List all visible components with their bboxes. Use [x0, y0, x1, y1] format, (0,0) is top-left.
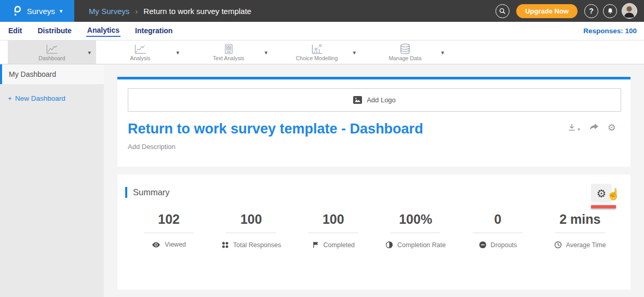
toolbar-item-manage-data[interactable]: Manage Data ▾ [361, 40, 449, 64]
summary-title: Summary [133, 187, 170, 197]
analytics-toolbar: Dashboard ▾ Analysis ▾ Text Analysis ▾ [0, 40, 644, 64]
choice-modelling-dropdown-caret-icon[interactable]: ▾ [353, 49, 356, 56]
clock-icon [554, 241, 562, 249]
tab-integration[interactable]: Integration [134, 25, 173, 36]
dashboard-header-panel: Add Logo Return to work survey template … [117, 77, 630, 167]
tab-edit[interactable]: Edit [7, 25, 23, 36]
breadcrumb-separator-icon: › [135, 7, 138, 16]
chevron-down-icon: ▾ [60, 8, 63, 15]
stat-divider [391, 233, 440, 233]
dashboard-actions: ▾ ⚙ [568, 123, 616, 132]
newspaper-icon [223, 44, 234, 55]
download-button[interactable]: ▾ [568, 123, 580, 132]
add-logo-button[interactable]: Add Logo [128, 88, 621, 112]
stat-value: 100% [399, 212, 432, 227]
dashboard-sidebar: My Dashboard + New Dashboard [0, 64, 104, 297]
toolbar-item-text-analysis[interactable]: Text Analysis ▾ [184, 40, 273, 64]
toolbar-item-choice-modelling[interactable]: Choice Modelling ▾ [273, 40, 361, 64]
summary-stats-row: 102 Viewed 100 [128, 212, 621, 249]
toolbar-label-text-analysis: Text Analysis [213, 55, 245, 61]
top-header: Surveys ▾ My Surveys › Return to work su… [0, 0, 644, 22]
stat-average-time: 2 mins Average Time [539, 212, 621, 249]
summary-settings-annotation: ⚙ ☝ [591, 184, 623, 203]
download-icon [568, 123, 576, 132]
tab-distribute[interactable]: Distribute [36, 25, 72, 36]
line-chart-icon [45, 44, 59, 55]
new-dashboard-label: New Dashboard [15, 95, 65, 102]
manage-data-dropdown-caret-icon[interactable]: ▾ [441, 49, 444, 56]
stat-divider [473, 233, 522, 233]
contrast-circle-icon [385, 241, 393, 249]
add-description-placeholder[interactable]: Add Description [128, 143, 176, 151]
gear-icon: ⚙ [608, 123, 616, 132]
stat-label: Completion Rate [397, 241, 446, 249]
responses-count[interactable]: Responses: 100 [583, 27, 637, 35]
breadcrumb: My Surveys › Return to work survey templ… [89, 7, 251, 16]
stat-label: Dropouts [491, 241, 517, 249]
minus-circle-icon [479, 241, 487, 249]
user-photo-icon [622, 4, 636, 18]
toolbar-label-choice-modelling: Choice Modelling [296, 55, 338, 61]
search-icon [499, 8, 506, 15]
product-switcher[interactable]: Surveys ▾ [0, 0, 74, 22]
toolbar-label-manage-data: Manage Data [388, 55, 421, 61]
toolbar-label-analysis: Analysis [130, 55, 150, 61]
stat-value: 2 mins [559, 212, 600, 227]
stat-dropouts: 0 Dropouts [457, 212, 539, 249]
header-actions: Upgrade Now ? [495, 3, 644, 19]
stat-label: Completed [324, 241, 355, 249]
help-button[interactable]: ? [584, 4, 598, 18]
text-analysis-dropdown-caret-icon[interactable]: ▾ [264, 49, 267, 56]
sidebar-item-my-dashboard[interactable]: My Dashboard [0, 64, 104, 84]
stat-value: 102 [158, 212, 180, 227]
toolbar-label-dashboard: Dashboard [38, 55, 65, 61]
stat-completed: 100 Completed [292, 212, 374, 249]
share-button[interactable] [589, 123, 599, 131]
new-dashboard-button[interactable]: + New Dashboard [8, 95, 104, 102]
stat-completion-rate: 100% Completion Rate [374, 212, 457, 249]
notifications-button[interactable] [603, 4, 617, 18]
hand-cursor-icon: ☝ [607, 188, 620, 200]
bell-icon [607, 7, 614, 15]
breadcrumb-current: Return to work survey template [143, 7, 251, 16]
stat-label: Average Time [566, 241, 606, 249]
scatter-chart-icon [310, 44, 324, 55]
stat-divider [226, 233, 276, 233]
stat-total-responses: 100 Total Responses [210, 212, 292, 249]
eye-icon [152, 241, 160, 248]
toolbar-item-analysis[interactable]: Analysis ▾ [96, 40, 184, 64]
annotation-highlight-bar [591, 205, 616, 208]
avatar[interactable] [622, 3, 637, 19]
stat-value: 0 [494, 212, 502, 227]
stat-divider [308, 233, 358, 233]
summary-panel: Summary ⚙ ☝ 102 Viewed 1 [117, 174, 630, 290]
dashboard-dropdown-caret-icon[interactable]: ▾ [88, 49, 91, 56]
gear-icon: ⚙ [597, 188, 607, 199]
stat-label: Total Responses [233, 241, 281, 249]
stat-viewed: 102 Viewed [128, 212, 210, 249]
breadcrumb-my-surveys[interactable]: My Surveys [89, 7, 129, 16]
download-caret-icon: ▾ [578, 127, 580, 132]
toolbar-item-dashboard[interactable]: Dashboard ▾ [8, 40, 96, 64]
tab-analytics[interactable]: Analytics [86, 25, 120, 37]
product-name: Surveys [27, 7, 55, 16]
flag-icon [312, 241, 319, 249]
upgrade-now-button[interactable]: Upgrade Now [516, 4, 578, 18]
stat-value: 100 [323, 212, 344, 227]
add-logo-label: Add Logo [367, 96, 396, 104]
dashboard-settings-button[interactable]: ⚙ [608, 123, 616, 132]
dashboard-title[interactable]: Return to work survey template - Dashboa… [128, 121, 423, 137]
stat-label: Viewed [165, 241, 186, 248]
analysis-chart-icon [133, 44, 147, 55]
database-icon [399, 43, 411, 55]
search-button[interactable] [495, 4, 509, 18]
image-icon [353, 96, 362, 104]
sidebar-item-label: My Dashboard [9, 70, 56, 78]
stat-divider [144, 233, 194, 233]
analysis-dropdown-caret-icon[interactable]: ▾ [176, 49, 179, 56]
plus-icon: + [8, 95, 12, 102]
accent-bar [125, 187, 127, 198]
question-mark-icon: ? [589, 7, 594, 15]
share-icon [589, 123, 599, 131]
dots-grid-icon [221, 241, 229, 249]
